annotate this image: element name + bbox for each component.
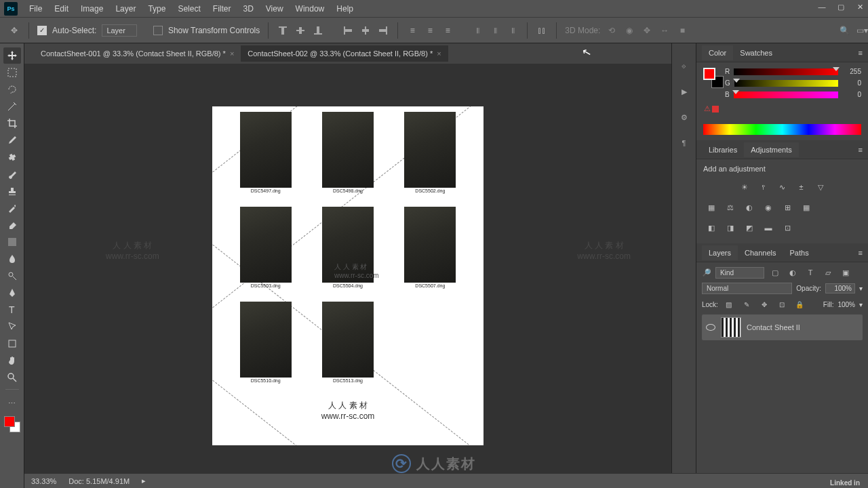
filter-shape-icon[interactable]: ▱ <box>821 266 835 279</box>
gradient-tool[interactable] <box>3 234 21 250</box>
eraser-tool[interactable] <box>3 217 21 233</box>
opacity-value[interactable]: 100% <box>825 283 855 293</box>
r-value[interactable]: 255 <box>842 68 861 75</box>
character-icon[interactable]: ¶ <box>678 137 690 149</box>
gradient-map-icon[interactable]: ▬ <box>762 222 775 234</box>
stamp-tool[interactable] <box>3 183 21 199</box>
hue-icon[interactable]: ▦ <box>705 201 718 214</box>
doc-tab-1[interactable]: ContactSheet-001 @ 33.3% (Contact Sheet … <box>34 45 241 62</box>
menu-3d[interactable]: 3D <box>237 1 259 16</box>
tab-libraries[interactable]: Libraries <box>702 142 744 157</box>
maximize-icon[interactable]: ▢ <box>835 1 846 12</box>
filter-smart-icon[interactable]: ▣ <box>839 266 852 279</box>
filter-search-icon[interactable]: 🔎 <box>702 268 711 277</box>
close-icon[interactable]: ✕ <box>854 1 865 12</box>
menu-view[interactable]: View <box>260 1 290 16</box>
eyedropper-tool[interactable] <box>3 132 21 148</box>
fill-value[interactable]: 100% <box>837 301 855 308</box>
document-canvas[interactable]: DSC5497.dng DSC5498.dng DSC5502.dng DSC5… <box>212 106 484 445</box>
selective-color-icon[interactable]: ⊡ <box>781 222 794 234</box>
lock-artboard-icon[interactable]: ⊡ <box>775 298 789 310</box>
tab-paths[interactable]: Paths <box>783 245 816 260</box>
zoom-value[interactable]: 33.33% <box>31 477 56 485</box>
vibrance-icon[interactable]: ▽ <box>814 181 827 193</box>
auto-select-dropdown[interactable]: Layer <box>102 24 137 37</box>
path-select-tool[interactable] <box>3 319 21 335</box>
close-icon[interactable]: × <box>437 49 441 58</box>
exposure-icon[interactable]: ± <box>795 181 808 193</box>
dodge-tool[interactable] <box>3 268 21 284</box>
curves-icon[interactable]: ∿ <box>776 181 789 193</box>
zoom-tool[interactable] <box>3 369 21 386</box>
colorbalance-icon[interactable]: ⚖ <box>724 201 737 214</box>
marquee-tool[interactable] <box>3 64 21 81</box>
distribute-hcenter-icon[interactable]: ⫴ <box>489 24 501 37</box>
minimize-icon[interactable]: — <box>816 1 827 12</box>
panel-menu-icon[interactable]: ≡ <box>859 249 868 257</box>
posterize-icon[interactable]: ◨ <box>724 222 737 234</box>
panel-menu-icon[interactable]: ≡ <box>859 146 868 154</box>
hand-tool[interactable] <box>3 352 21 369</box>
levels-icon[interactable]: ⫯ <box>757 181 770 193</box>
align-left-icon[interactable] <box>342 24 354 37</box>
panel-menu-icon[interactable]: ≡ <box>859 49 868 57</box>
photo-filter-icon[interactable]: ◉ <box>762 201 775 214</box>
workspace-icon[interactable]: ▭▾ <box>856 24 868 37</box>
align-vcenter-icon[interactable] <box>294 24 307 37</box>
search-icon[interactable]: 🔍 <box>838 24 850 37</box>
brightness-icon[interactable]: ☀ <box>738 181 751 193</box>
menu-type[interactable]: Type <box>142 1 172 16</box>
tab-color[interactable]: Color <box>702 45 733 60</box>
color-swatches[interactable] <box>4 416 20 432</box>
distribute-vcenter-icon[interactable]: ≡ <box>424 24 436 37</box>
distribute-left-icon[interactable]: ⫴ <box>471 24 484 37</box>
distribute-right-icon[interactable]: ⫴ <box>507 24 519 37</box>
r-slider[interactable] <box>734 68 838 75</box>
filter-type-icon[interactable]: T <box>804 266 817 279</box>
threshold-icon[interactable]: ◩ <box>743 222 756 234</box>
distribute-top-icon[interactable]: ≡ <box>406 24 418 37</box>
invert-icon[interactable]: ◧ <box>705 222 718 234</box>
bw-icon[interactable]: ◐ <box>743 201 756 214</box>
align-hcenter-icon[interactable] <box>359 24 372 37</box>
spectrum-bar[interactable] <box>703 124 861 135</box>
actions-icon[interactable]: ▶ <box>678 85 690 98</box>
b-value[interactable]: 0 <box>842 91 861 98</box>
blur-tool[interactable] <box>3 251 21 267</box>
filter-type-dropdown[interactable]: Kind <box>715 267 764 279</box>
align-top-icon[interactable] <box>277 24 289 37</box>
crop-tool[interactable] <box>3 115 21 131</box>
wand-tool[interactable] <box>3 98 21 115</box>
lock-all-icon[interactable]: 🔒 <box>793 298 806 310</box>
menu-file[interactable]: File <box>23 1 48 16</box>
menu-help[interactable]: Help <box>330 1 359 16</box>
rectangle-tool[interactable] <box>3 336 21 352</box>
layer-thumbnail[interactable] <box>721 317 741 338</box>
lasso-tool[interactable] <box>3 81 21 98</box>
history-icon[interactable]: ⟐ <box>678 60 690 72</box>
layer-name[interactable]: Contact Sheet II <box>747 323 800 331</box>
align-right-icon[interactable] <box>377 24 389 37</box>
lock-transparent-icon[interactable]: ▨ <box>722 298 736 310</box>
distribute-bottom-icon[interactable]: ≡ <box>441 24 454 37</box>
show-transform-checkbox[interactable] <box>153 26 163 35</box>
color-picker-swatch[interactable] <box>703 68 719 84</box>
lock-image-icon[interactable]: ✎ <box>740 298 753 310</box>
menu-layer[interactable]: Layer <box>109 1 142 16</box>
tab-swatches[interactable]: Swatches <box>733 45 779 60</box>
menu-edit[interactable]: Edit <box>48 1 75 16</box>
close-icon[interactable]: × <box>230 49 234 58</box>
menu-window[interactable]: Window <box>290 1 331 16</box>
align-bottom-icon[interactable] <box>312 24 324 37</box>
brush-tool[interactable] <box>3 166 21 182</box>
foreground-swatch[interactable] <box>4 416 15 427</box>
chevron-right-icon[interactable]: ▸ <box>142 476 146 485</box>
type-tool[interactable]: T <box>3 302 21 318</box>
properties-icon[interactable]: ⚙ <box>678 111 690 123</box>
healing-tool[interactable] <box>3 149 21 165</box>
lock-position-icon[interactable]: ✥ <box>757 298 771 310</box>
filter-pixel-icon[interactable]: ▢ <box>768 266 782 279</box>
tab-layers[interactable]: Layers <box>702 245 738 260</box>
tab-adjustments[interactable]: Adjustments <box>744 142 799 157</box>
g-slider[interactable] <box>734 80 838 87</box>
